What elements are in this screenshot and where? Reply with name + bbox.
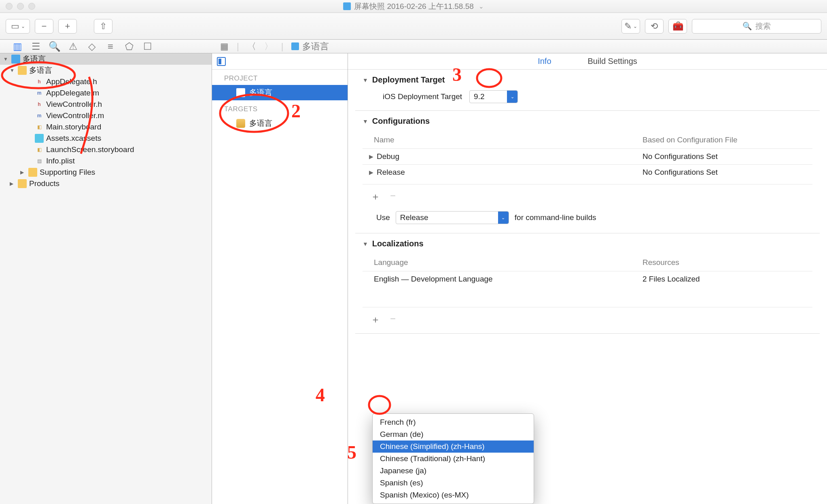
forward-button[interactable]: 〉	[264, 40, 273, 53]
related-items-icon[interactable]: ▦	[220, 41, 229, 52]
file-appdelegate-h[interactable]: hAppDelegate.h	[0, 76, 212, 87]
storyboard-icon: ◧	[35, 123, 44, 131]
share-button[interactable]: ⇧	[94, 19, 112, 34]
localizations-section: ▼Localizations LanguageResources English…	[355, 233, 820, 334]
folder-icon	[28, 168, 37, 177]
config-row-debug[interactable]: ▶DebugNo Configurations Set	[363, 148, 812, 164]
disclosure-icon[interactable]: ▶	[369, 153, 373, 160]
impl-icon: m	[35, 111, 44, 120]
project-icon	[291, 42, 299, 50]
project-icon	[11, 55, 20, 64]
col-resources: Resources	[643, 258, 812, 267]
targets-section-label: TARGETS	[212, 100, 348, 116]
project-navigator-icon[interactable]: ▥	[13, 42, 22, 51]
close-window-icon[interactable]	[6, 3, 13, 10]
lang-option-zh-hant[interactable]: Chinese (Traditional) (zh-Hant)	[373, 453, 534, 465]
zoom-window-icon[interactable]	[28, 3, 35, 10]
remove-config-button[interactable]: −	[390, 190, 396, 203]
project-section-label: PROJECT	[212, 70, 348, 85]
col-language: Language	[374, 258, 643, 267]
deployment-target-section: ▼Deployment Target iOS Deployment Target…	[355, 70, 820, 111]
breadcrumb-text: 多语言	[302, 40, 329, 53]
file-assets[interactable]: Assets.xcassets	[0, 133, 212, 144]
search-input[interactable]: 🔍 搜索	[692, 19, 821, 34]
toolbar: ▭ ⌄ − + ⇧ ✎ ⌄ ⟲ 🧰 🔍 搜索	[0, 13, 827, 40]
remove-localization-button[interactable]: −	[390, 313, 396, 326]
breadcrumb[interactable]: 多语言	[291, 40, 329, 53]
tab-build-settings[interactable]: Build Settings	[588, 57, 637, 66]
file-appdelegate-m[interactable]: mAppDelegate.m	[0, 87, 212, 99]
folder-products[interactable]: ▶Products	[0, 178, 212, 189]
issue-navigator-icon[interactable]: ⚠	[69, 42, 78, 51]
add-config-button[interactable]: ＋	[371, 190, 380, 203]
folder-icon	[18, 179, 27, 188]
lang-option-fr[interactable]: French (fr)	[373, 416, 534, 428]
tab-info[interactable]: Info	[538, 57, 551, 66]
lang-option-es-mx[interactable]: Spanish (Mexico) (es-MX)	[373, 489, 534, 501]
titlebar: 屏幕快照 2016-02-26 上午11.58.58 ⌄	[0, 0, 827, 13]
breakpoint-navigator-icon[interactable]: ⬠	[125, 42, 134, 51]
file-viewcontroller-h[interactable]: hViewController.h	[0, 99, 212, 110]
debug-navigator-icon[interactable]: ≡	[106, 42, 115, 51]
jump-bar: ▦ | 〈 〉 | 多语言	[214, 40, 827, 53]
localization-row[interactable]: English — Development Language2 Files Lo…	[363, 271, 812, 287]
detail-tabs: Info Build Settings	[348, 53, 827, 70]
project-row[interactable]: 多语言	[212, 85, 348, 100]
disclosure-icon[interactable]: ▼	[363, 77, 368, 83]
search-icon: 🔍	[742, 21, 752, 31]
file-launchscreen-storyboard[interactable]: ◧LaunchScreen.storyboard	[0, 144, 212, 155]
search-placeholder: 搜索	[755, 21, 771, 32]
navigator-group-label: 多语言	[29, 65, 52, 76]
disclosure-icon[interactable]: ▼	[363, 118, 368, 125]
configurations-section: ▼Configurations NameBased on Configurati…	[355, 111, 820, 233]
config-row-release[interactable]: ▶ReleaseNo Configurations Set	[363, 164, 812, 180]
folder-supporting-files[interactable]: ▶Supporting Files	[0, 167, 212, 178]
find-navigator-icon[interactable]: 🔍	[50, 42, 59, 51]
disclosure-icon[interactable]: ▶	[369, 169, 373, 176]
window-title-text: 屏幕快照 2016-02-26 上午11.58.58	[354, 1, 474, 12]
lang-option-zh-hans[interactable]: Chinese (Simplified) (zh-Hans)	[373, 440, 534, 453]
edit-button[interactable]: ✎ ⌄	[621, 19, 640, 34]
navigator-group[interactable]: ▼ 多语言	[0, 65, 212, 76]
zoom-in-button[interactable]: +	[58, 19, 77, 34]
file-viewcontroller-m[interactable]: mViewController.m	[0, 110, 212, 121]
toolbox-button[interactable]: 🧰	[668, 19, 687, 34]
assets-icon	[35, 134, 44, 143]
plist-icon: ▤	[35, 157, 44, 165]
minimize-window-icon[interactable]	[17, 3, 24, 10]
header-icon: h	[35, 77, 44, 86]
zoom-out-button[interactable]: −	[35, 19, 53, 34]
project-icon	[236, 88, 245, 97]
chevron-down-icon[interactable]: ⌄	[479, 3, 484, 10]
target-row[interactable]: 多语言	[212, 116, 348, 131]
file-info-plist[interactable]: ▤Info.plist	[0, 155, 212, 167]
storyboard-icon: ◧	[35, 145, 44, 154]
add-localization-button[interactable]: ＋	[371, 313, 380, 326]
report-navigator-icon[interactable]: ☐	[143, 42, 152, 51]
deployment-target-label: iOS Deployment Target	[383, 92, 462, 101]
use-config-select[interactable]: Release⌄	[396, 211, 509, 224]
lang-option-ja[interactable]: Japanese (ja)	[373, 465, 534, 477]
test-navigator-icon[interactable]: ◇	[87, 42, 96, 51]
deployment-target-select[interactable]: 9.2⌄	[469, 90, 518, 103]
project-navigator: ▼ 多语言 ▼ 多语言 hAppDelegate.h mAppDelegate.…	[0, 53, 212, 504]
disclosure-icon[interactable]: ▼	[363, 241, 368, 247]
target-list: PROJECT 多语言 TARGETS 多语言	[212, 53, 348, 504]
symbol-navigator-icon[interactable]: ☰	[32, 42, 40, 51]
back-button[interactable]: 〈	[247, 40, 256, 53]
navigator-project-root[interactable]: ▼ 多语言	[0, 53, 212, 65]
chevron-down-icon: ⌄	[507, 91, 517, 103]
outline-toggle-icon[interactable]	[217, 57, 226, 66]
header-icon: h	[35, 100, 44, 109]
col-based: Based on Configuration File	[643, 136, 812, 144]
impl-icon: m	[35, 89, 44, 97]
sidebar-toggle-button[interactable]: ▭ ⌄	[6, 19, 30, 34]
lang-option-es[interactable]: Spanish (es)	[373, 477, 534, 489]
document-icon	[343, 2, 351, 10]
rotate-button[interactable]: ⟲	[645, 19, 664, 34]
window-title: 屏幕快照 2016-02-26 上午11.58.58 ⌄	[343, 1, 484, 12]
file-main-storyboard[interactable]: ◧Main.storyboard	[0, 121, 212, 133]
lang-option-de[interactable]: German (de)	[373, 428, 534, 440]
navigator-root-label: 多语言	[23, 54, 46, 64]
traffic-lights	[0, 3, 35, 10]
